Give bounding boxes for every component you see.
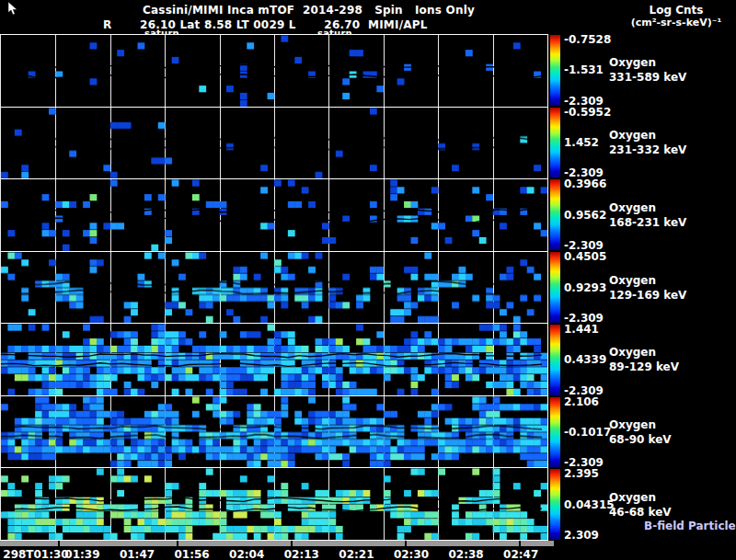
colorbar-legend-title: Log Cnts bbox=[626, 4, 727, 17]
time-tick-label: 02:21 bbox=[339, 548, 374, 560]
channel-label: Oxygen129-169 keV bbox=[609, 273, 686, 303]
colorbar-mid-label: 0.4339 bbox=[564, 353, 606, 366]
colorbar-6: 2.106-0.1017-2.309Oxygen68-90 keV bbox=[550, 397, 560, 468]
spectrogram-panel-6 bbox=[1, 396, 547, 469]
spectrogram-canvas-5 bbox=[1, 324, 547, 395]
time-scrollbar[interactable] bbox=[0, 541, 554, 546]
colorbar-2: -0.59521.452-2.309Oxygen231-332 keV bbox=[550, 108, 560, 178]
plot-area bbox=[0, 34, 548, 541]
channel-label: Oxygen68-90 keV bbox=[609, 417, 672, 447]
spectrogram-window: Cassini/MIMI Inca mTOF 2014-298 Spin Ion… bbox=[0, 0, 736, 560]
colorbar-column: -0.7528-1.531-2.309Oxygen331-589 keV-0.5… bbox=[550, 34, 560, 541]
energy-range-label: 89-129 keV bbox=[609, 360, 679, 374]
spectrogram-panel-3 bbox=[1, 179, 547, 252]
energy-range-label: 129-169 keV bbox=[609, 288, 686, 303]
colorbar-4: 0.45050.9293-2.309Oxygen129-169 keV bbox=[550, 252, 560, 323]
energy-range-label: 168-231 keV bbox=[609, 215, 686, 230]
colorbar-mid-label: 1.452 bbox=[564, 136, 599, 149]
page-title: Cassini/MIMI Inca mTOF 2014-298 Spin Ion… bbox=[143, 4, 475, 17]
spectrogram-canvas-7 bbox=[1, 468, 547, 540]
mouse-cursor-icon bbox=[7, 2, 19, 16]
spectrogram-panel-2 bbox=[1, 108, 547, 180]
spectrogram-canvas-4 bbox=[1, 252, 547, 324]
colorbar-gradient bbox=[550, 325, 560, 395]
colorbar-top-label: -0.7528 bbox=[564, 33, 611, 46]
colorbar-5: 1.4410.4339-2.309Oxygen89-129 keV bbox=[550, 325, 560, 395]
colorbar-3: 0.39660.9562-2.309Oxygen168-231 keV bbox=[550, 179, 560, 250]
species-label: Oxygen bbox=[609, 345, 679, 360]
colorbar-gradient bbox=[550, 252, 560, 323]
bfield-particle-flow-label: B-field Particle Flow bbox=[644, 520, 736, 532]
spectrogram-panel-7 bbox=[1, 468, 547, 540]
time-tick-label: 02:04 bbox=[229, 548, 264, 560]
colorbar-top-label: 0.3966 bbox=[564, 177, 606, 190]
time-tick-label: 298T01:30 bbox=[3, 548, 68, 560]
colorbar-top-label: 0.4505 bbox=[564, 250, 606, 263]
colorbar-mid-label: 0.9562 bbox=[564, 209, 606, 222]
colorbar-gradient bbox=[550, 397, 560, 468]
species-label: Oxygen bbox=[609, 417, 672, 432]
channel-label: Oxygen168-231 keV bbox=[609, 200, 686, 230]
species-label: Oxygen bbox=[609, 55, 686, 70]
colorbar-top-label: 1.441 bbox=[564, 323, 599, 336]
channel-label: Oxygen231-332 keV bbox=[609, 128, 686, 157]
colorbar-mid-label: -1.531 bbox=[564, 63, 604, 76]
spectrogram-canvas-2 bbox=[1, 108, 547, 179]
channel-label: Oxygen89-129 keV bbox=[609, 345, 679, 374]
time-tick-label: 02:30 bbox=[394, 548, 429, 560]
time-tick-label: 01:39 bbox=[64, 548, 99, 560]
colorbar-gradient bbox=[550, 469, 560, 540]
time-tick-label: 02:47 bbox=[503, 548, 538, 560]
energy-range-label: 231-332 keV bbox=[609, 143, 686, 157]
spectrogram-canvas-1 bbox=[1, 35, 547, 107]
energy-range-label: 46-68 keV bbox=[609, 505, 672, 520]
colorbar-gradient bbox=[550, 35, 560, 106]
scrollbar-tick bbox=[177, 541, 178, 546]
species-label: Oxygen bbox=[609, 490, 672, 505]
spectrogram-panel-1 bbox=[1, 35, 547, 108]
colorbar-legend-units: (cm²-sr-s-keV)⁻¹ bbox=[626, 17, 727, 29]
colorbar-top-label: -0.5952 bbox=[564, 106, 611, 119]
scrollbar-tick bbox=[291, 541, 293, 546]
colorbar-1: -0.7528-1.531-2.309Oxygen331-589 keV bbox=[550, 35, 560, 106]
time-tick-label: 02:13 bbox=[284, 548, 319, 560]
colorbar-gradient bbox=[550, 108, 560, 178]
time-tick-label: 01:56 bbox=[174, 548, 209, 560]
colorbar-top-label: 2.395 bbox=[564, 467, 599, 480]
spectrogram-canvas-6 bbox=[1, 396, 547, 468]
colorbar-mid-label: 0.9293 bbox=[564, 281, 606, 294]
time-tick-label: 02:38 bbox=[448, 548, 483, 560]
scrollbar-tick bbox=[58, 541, 60, 546]
channel-label: Oxygen331-589 keV bbox=[609, 55, 686, 85]
time-axis: 298T01:3001:3901:4701:5602:0402:1302:210… bbox=[0, 548, 736, 560]
channel-label: Oxygen46-68 keV bbox=[609, 490, 672, 520]
spectrogram-canvas-3 bbox=[1, 179, 547, 251]
colorbar-mid-label: -0.1017 bbox=[564, 426, 611, 439]
spectrogram-panel-4 bbox=[1, 252, 547, 325]
colorbar-bot-label: 2.309 bbox=[564, 529, 599, 542]
energy-range-label: 68-90 keV bbox=[609, 432, 672, 447]
time-tick-label: 01:47 bbox=[120, 548, 155, 560]
spectrogram-panel-5 bbox=[1, 324, 547, 396]
species-label: Oxygen bbox=[609, 273, 686, 288]
scrollbar-tick bbox=[519, 541, 521, 546]
species-label: Oxygen bbox=[609, 200, 686, 215]
colorbar-7: 2.3950.043152.309Oxygen46-68 keVB-field … bbox=[550, 469, 560, 540]
species-label: Oxygen bbox=[609, 128, 686, 143]
colorbar-gradient bbox=[550, 179, 560, 250]
energy-range-label: 331-589 keV bbox=[609, 70, 686, 85]
colorbar-top-label: 2.106 bbox=[564, 395, 599, 408]
colorbar-mid-label: 0.04315 bbox=[564, 498, 615, 511]
scrollbar-tick bbox=[405, 541, 407, 546]
